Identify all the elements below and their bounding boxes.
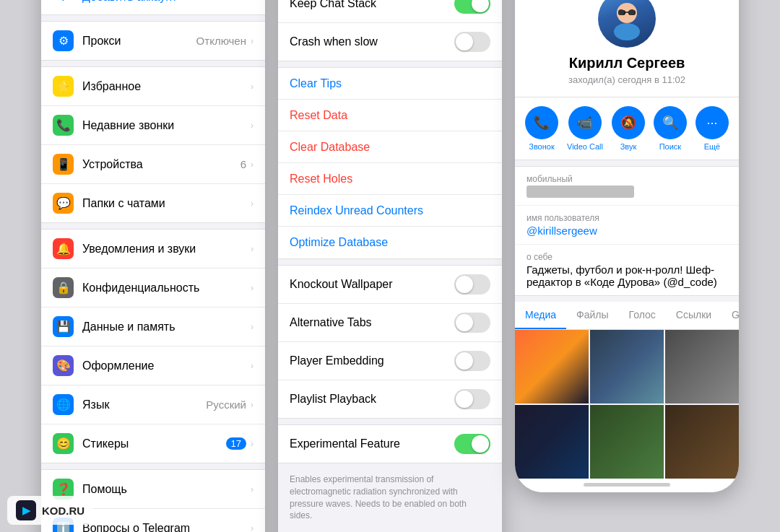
calls-chevron: › [251,121,254,131]
knockout-toggle[interactable] [454,274,490,295]
devices-label: Устройства [82,158,240,171]
debug-experimental-group: Experimental Feature [278,424,502,463]
keep-chat-stack-toggle[interactable] [454,0,490,14]
keep-chat-stack-item[interactable]: Keep Chat Stack [278,0,502,23]
alt-tabs-label: Alternative Tabs [290,316,454,329]
profile-status: заходил(а) сегодня в 11:02 [568,74,685,85]
debug-group-3: Knockout Wallpaper Alternative Tabs Play… [278,265,502,419]
media-thumb-1[interactable] [515,330,589,404]
favorites-label: Избранное [82,80,251,93]
call-action[interactable]: 📞 Звонок [525,106,558,151]
username-field-value: @kirillsergeew [526,224,727,237]
bio-field-label: о себе [526,252,727,262]
privacy-label: Конфиденциальность [82,282,251,295]
notifications-item[interactable]: 🔔 Уведомления и звуки › [41,230,265,269]
data-item[interactable]: 💾 Данные и память › [41,308,265,346]
reset-holes-item[interactable]: Reset Holes [278,163,502,195]
tab-voice[interactable]: Голос [619,302,666,329]
more-action[interactable]: ··· Ещё [696,106,729,151]
profile-avatar [598,0,656,48]
stickers-item[interactable]: 😊 Стикеры 17 › [41,424,265,463]
media-thumb-6[interactable] [665,405,739,479]
watermark-text: KOD.RU [42,505,84,517]
media-thumb-2[interactable] [590,330,664,404]
tab-media[interactable]: Медиа [515,302,566,329]
clear-database-item[interactable]: Clear Database [278,131,502,163]
media-thumb-5[interactable] [590,405,664,479]
mute-label: Звук [620,142,637,151]
folders-item[interactable]: 💬 Папки с чатами › [41,184,265,222]
stickers-chevron: › [251,439,254,449]
optimize-db-item[interactable]: Optimize Database [278,227,502,258]
profile-info: мобильный +7 ███ ███ ██-██ имя пользоват… [515,166,739,296]
reindex-item[interactable]: Reindex Unread Counters [278,195,502,227]
playlist-playback-label: Playlist Playback [290,393,454,406]
favorites-icon: ⭐ [53,76,74,97]
video-call-action[interactable]: 📹 Video Call [567,106,603,151]
privacy-icon: 🔒 [53,277,74,298]
phone-row: мобильный +7 ███ ███ ██-██ [515,167,739,206]
crash-slow-item[interactable]: Crash when slow [278,23,502,61]
experimental-toggle[interactable] [454,434,490,454]
privacy-item[interactable]: 🔒 Конфиденциальность › [41,269,265,308]
clear-tips-label: Clear Tips [290,77,490,90]
playlist-playback-item[interactable]: Playlist Playback [278,380,502,418]
mute-icon: 🔕 [612,106,645,139]
watermark: ▶ KOD.RU [7,496,93,525]
fav-chevron: › [251,82,254,92]
lang-chevron: › [251,400,254,410]
devices-chevron: › [251,160,254,170]
profile-scroll[interactable]: Кирилл Сергеев заходил(а) сегодня в 11:0… [515,0,739,479]
phone-field-value: +7 ███ ███ ██-██ [526,186,727,198]
debug-scroll[interactable]: Keep Chat Stack Crash when slow Clear Ti… [278,0,502,532]
settings-group-1: ⭐ Избранное › 📞 Недавние звонки › 📱 Устр… [41,66,265,223]
clear-tips-item[interactable]: Clear Tips [278,68,502,100]
svg-point-5 [629,9,635,15]
search-action[interactable]: 🔍 Поиск [654,106,687,151]
data-chevron: › [251,322,254,332]
proxy-label: Прокси [82,35,196,48]
knockout-item[interactable]: Knockout Wallpaper [278,266,502,304]
more-icon: ··· [696,106,729,139]
playlist-playback-toggle[interactable] [454,389,490,409]
media-thumb-4[interactable] [515,405,589,479]
tab-files[interactable]: Файлы [566,302,618,329]
player-embedding-label: Player Embedding [290,354,454,367]
settings-group-2: 🔔 Уведомления и звуки › 🔒 Конфиденциальн… [41,229,265,463]
tab-links[interactable]: Ссылки [666,302,722,329]
crash-slow-label: Crash when slow [290,35,454,48]
phone-profile: 11:15 📶 ▲ 🔋 ‹ Назад Изм. [515,0,739,492]
data-icon: 💾 [53,316,74,337]
call-icon: 📞 [525,106,558,139]
stickers-badge: 17 [226,437,246,450]
debug-group-1: Keep Chat Stack Crash when slow [278,0,502,61]
settings-scroll[interactable]: + Добавить аккаунт ⚙ Прокси Отключен › ⭐… [41,0,265,532]
player-embedding-item[interactable]: Player Embedding [278,342,502,380]
profile-name: Кирилл Сергеев [569,55,685,71]
add-account-row[interactable]: + Добавить аккаунт [41,0,265,15]
help-chevron: › [251,484,254,494]
reindex-label: Reindex Unread Counters [290,204,490,217]
experimental-item[interactable]: Experimental Feature [278,425,502,463]
player-embedding-toggle[interactable] [454,351,490,371]
reset-data-item[interactable]: Reset Data [278,100,502,131]
media-thumb-3[interactable] [665,330,739,404]
alt-tabs-item[interactable]: Alternative Tabs [278,304,502,342]
language-item[interactable]: 🌐 Язык Русский › [41,385,265,424]
appearance-icon: 🎨 [53,355,74,376]
favorites-item[interactable]: ⭐ Избранное › [41,67,265,106]
bio-field-value: Гаджеты, футбол и рок-н-ролл! Шеф-редакт… [526,263,727,288]
devices-item[interactable]: 📱 Устройства 6 › [41,145,265,184]
mute-action[interactable]: 🔕 Звук [612,106,645,151]
optimize-db-label: Optimize Database [290,236,490,249]
clear-database-label: Clear Database [290,141,490,154]
tab-gif[interactable]: GIF [722,302,739,329]
crash-slow-toggle[interactable] [454,32,490,52]
proxy-item[interactable]: ⚙ Прокси Отключен › [41,22,265,60]
appearance-label: Оформление [82,359,251,372]
calls-item[interactable]: 📞 Недавние звонки › [41,106,265,145]
appearance-item[interactable]: 🎨 Оформление › [41,346,265,385]
alt-tabs-toggle[interactable] [454,313,490,333]
devices-value: 6 [240,158,246,170]
username-row: имя пользователя @kirillsergeew [515,206,739,245]
